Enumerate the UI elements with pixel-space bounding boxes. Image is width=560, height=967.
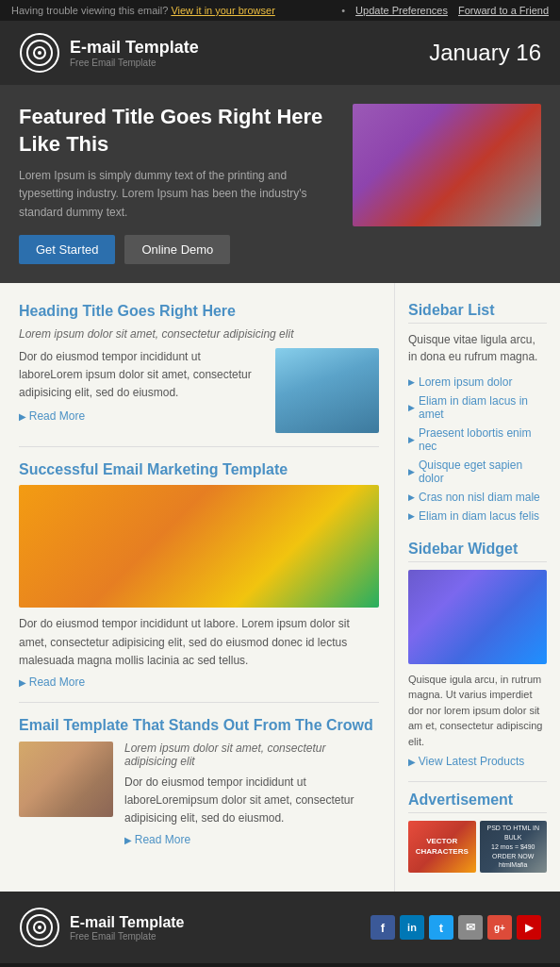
twitter-icon[interactable]: t bbox=[429, 915, 453, 940]
article-1-text: Dor do eiusmod tempor incididunt ut labo… bbox=[19, 348, 264, 433]
hero-content: Featured Title Goes Right Here Like This… bbox=[19, 104, 338, 264]
article-1-body-area: Dor do eiusmod tempor incididunt ut labo… bbox=[19, 348, 379, 433]
hero-img-flowers bbox=[353, 104, 541, 226]
article-1-thumbnail bbox=[275, 348, 379, 433]
footer-bottom: www.heritagechristiancollege.com This da… bbox=[0, 963, 560, 967]
sidebar-list: Lorem ipsum dolor Eliam in diam lacus in… bbox=[408, 373, 547, 525]
top-bar-trouble-text: Having trouble viewing this email? bbox=[11, 5, 168, 16]
divider-2 bbox=[19, 702, 379, 703]
sidebar-widget-image bbox=[408, 570, 547, 664]
article-1-body-text: Dor do eiusmod tempor incididunt ut labo… bbox=[19, 350, 252, 399]
sidebar-link-3[interactable]: Praesent lobortis enim nec bbox=[419, 426, 547, 453]
hero-buttons: Get Started Online Demo bbox=[19, 235, 338, 264]
sidebar-link-5[interactable]: Cras non nisl diam male bbox=[419, 491, 540, 504]
sidebar-link-2[interactable]: Eliam in diam lacus in amet bbox=[419, 394, 547, 421]
article-2-text: Dor do eiusmod tempor incididunt ut labo… bbox=[19, 615, 379, 670]
sidebar-link-4[interactable]: Quisque eget sapien dolor bbox=[419, 458, 547, 485]
email-icon[interactable]: ✉ bbox=[458, 915, 483, 940]
right-column-sidebar: Sidebar List Quisque vitae ligula arcu, … bbox=[395, 283, 560, 892]
brand-sub: Free Email Template bbox=[70, 58, 199, 68]
youtube-icon[interactable]: ▶ bbox=[517, 915, 541, 940]
sidebar-list-heading: Sidebar List bbox=[408, 302, 547, 324]
online-demo-button[interactable]: Online Demo bbox=[124, 235, 230, 264]
sidebar-link-6[interactable]: Eliam in diam lacus felis bbox=[419, 509, 539, 523]
main-content: Heading Title Goes Right Here Lorem ipsu… bbox=[0, 283, 560, 892]
article-3-heading: Email Template That Stands Out From The … bbox=[19, 716, 379, 736]
article-3-text: Dor do eiusmod tempor incididunt ut labo… bbox=[124, 774, 379, 828]
sidebar-list-item-6[interactable]: Eliam in diam lacus felis bbox=[408, 507, 547, 525]
header-date: January 16 bbox=[429, 40, 541, 66]
sidebar-list-section: Sidebar List Quisque vitae ligula arcu, … bbox=[408, 302, 547, 525]
view-latest-products-link[interactable]: View Latest Products bbox=[408, 755, 547, 768]
hero-image bbox=[353, 104, 541, 226]
top-bar: Having trouble viewing this email? View … bbox=[0, 0, 560, 21]
article-1-heading: Heading Title Goes Right Here bbox=[19, 302, 379, 322]
article-2-image bbox=[19, 485, 379, 608]
article-3-body-area: Lorem ipsum dolor sit amet, consectetur … bbox=[19, 742, 379, 847]
bird-image bbox=[275, 348, 379, 433]
article-2: Successful Email Marketing Template Dor … bbox=[19, 460, 379, 689]
sidebar-list-item-4[interactable]: Quisque eget sapien dolor bbox=[408, 456, 547, 488]
logo-icon bbox=[19, 32, 60, 74]
iris-image bbox=[408, 570, 547, 664]
hero-title: Featured Title Goes Right Here Like This bbox=[19, 104, 338, 158]
logo-area: E-mail Template Free Email Template bbox=[19, 32, 199, 74]
footer-brand-name: E-mail Template bbox=[70, 914, 185, 931]
ad-left-text: VECTORCHARACTERS bbox=[416, 837, 469, 857]
sidebar-link-1[interactable]: Lorem ipsum dolor bbox=[419, 375, 512, 389]
svg-point-7 bbox=[38, 925, 41, 929]
divider-1 bbox=[19, 446, 379, 447]
article-1-subheading: Lorem ipsum dolor sit amet, consectetur … bbox=[19, 327, 379, 341]
logo-text: E-mail Template Free Email Template bbox=[70, 38, 199, 68]
article-3-thumbnail bbox=[19, 742, 113, 817]
article-3-subheading: Lorem ipsum dolor sit amet, consectetur … bbox=[124, 742, 379, 768]
brand-name: E-mail Template bbox=[70, 38, 199, 58]
article-3: Email Template That Stands Out From The … bbox=[19, 716, 379, 846]
sidebar-widget-heading: Sidebar Widget bbox=[408, 541, 547, 562]
hero-text: Lorem Ipsum is simply dummy text of the … bbox=[19, 167, 338, 222]
sidebar-list-item-2[interactable]: Eliam in diam lacus in amet bbox=[408, 392, 547, 424]
sidebar-list-intro: Quisque vitae ligula arcu, in dona eu ru… bbox=[408, 331, 547, 365]
article-1-read-more[interactable]: Read More bbox=[19, 408, 264, 425]
sidebar-list-item-1[interactable]: Lorem ipsum dolor bbox=[408, 373, 547, 392]
left-column: Heading Title Goes Right Here Lorem ipsu… bbox=[0, 283, 395, 892]
sidebar-widget-section: Sidebar Widget Quisque igula arcu, in ru… bbox=[408, 541, 547, 769]
shell-image bbox=[19, 742, 113, 817]
hero-section: Featured Title Goes Right Here Like This… bbox=[0, 85, 560, 283]
article-2-heading: Successful Email Marketing Template bbox=[19, 460, 379, 480]
view-in-browser-link[interactable]: View it in your browser bbox=[171, 5, 274, 16]
footer-dark: E-mail Template Free Email Template f in… bbox=[0, 892, 560, 963]
article-3-content: Lorem ipsum dolor sit amet, consectetur … bbox=[124, 742, 379, 847]
two-col-layout: Heading Title Goes Right Here Lorem ipsu… bbox=[0, 283, 560, 892]
yellow-flowers-image bbox=[19, 485, 379, 608]
top-bar-separator: • bbox=[341, 5, 345, 16]
ad-right-box[interactable]: PSD TO HTML IN BULK12 mos = $490 ORDER N… bbox=[480, 821, 548, 873]
sidebar-list-item-3[interactable]: Praesent lobortis enim nec bbox=[408, 424, 547, 456]
facebook-icon[interactable]: f bbox=[371, 915, 395, 940]
footer-brand-sub: Free Email Template bbox=[70, 931, 185, 942]
social-icons: f in t ✉ g+ ▶ bbox=[371, 915, 541, 940]
linkedin-icon[interactable]: in bbox=[400, 915, 424, 940]
top-bar-right: • Update Preferences Forward to a Friend bbox=[341, 5, 549, 16]
ad-right-text: PSD TO HTML IN BULK12 mos = $490 ORDER N… bbox=[484, 824, 544, 870]
footer-logo-area: E-mail Template Free Email Template bbox=[19, 907, 185, 948]
article-2-read-more[interactable]: Read More bbox=[19, 675, 379, 689]
google-plus-icon[interactable]: g+ bbox=[487, 915, 512, 940]
advertisement-section: Advertisement VECTORCHARACTERS PSD TO HT… bbox=[408, 781, 547, 873]
article-3-read-more[interactable]: Read More bbox=[124, 833, 379, 846]
top-bar-left: Having trouble viewing this email? View … bbox=[11, 5, 275, 16]
ad-box: VECTORCHARACTERS PSD TO HTML IN BULK12 m… bbox=[408, 821, 547, 873]
ad-heading: Advertisement bbox=[408, 792, 547, 813]
sidebar-widget-text: Quisque igula arcu, in rutrum magna. Ut … bbox=[408, 672, 547, 750]
update-preferences-link[interactable]: Update Preferences bbox=[355, 5, 448, 16]
forward-to-friend-link[interactable]: Forward to a Friend bbox=[458, 5, 549, 16]
header: E-mail Template Free Email Template Janu… bbox=[0, 21, 560, 85]
footer-brand-text: E-mail Template Free Email Template bbox=[70, 914, 185, 942]
sidebar-list-item-5[interactable]: Cras non nisl diam male bbox=[408, 488, 547, 507]
svg-point-3 bbox=[38, 51, 41, 55]
footer-logo-icon bbox=[19, 907, 60, 948]
get-started-button[interactable]: Get Started bbox=[19, 235, 115, 264]
ad-left-box[interactable]: VECTORCHARACTERS bbox=[408, 821, 476, 873]
article-1: Heading Title Goes Right Here Lorem ipsu… bbox=[19, 302, 379, 433]
